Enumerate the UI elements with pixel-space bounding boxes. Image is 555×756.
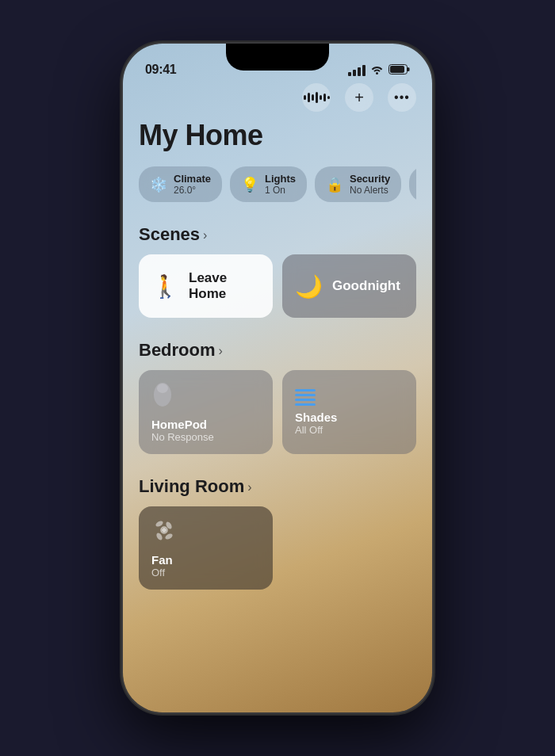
- security-pill[interactable]: 🔒 Security No Alerts: [315, 166, 401, 202]
- svg-rect-2: [390, 66, 404, 73]
- siri-button[interactable]: [302, 83, 331, 112]
- fan-status: Off: [151, 567, 260, 578]
- bedroom-title: Bedroom: [139, 340, 216, 361]
- living-room-title: Living Room: [139, 476, 244, 497]
- shades-icon: [295, 389, 316, 406]
- bedroom-chevron-icon: ›: [219, 344, 223, 358]
- waveform-icon: [304, 92, 330, 103]
- plus-icon: +: [354, 89, 364, 107]
- goodnight-name: Goodnight: [332, 278, 400, 294]
- goodnight-icon: 🌙: [295, 273, 323, 300]
- status-icons: [348, 64, 410, 77]
- bedroom-device-grid: HomePod No Response: [139, 370, 416, 454]
- svg-point-8: [157, 384, 168, 393]
- shades-card[interactable]: Shades All Off: [282, 370, 416, 454]
- fan-name: Fan: [151, 553, 260, 567]
- category-pills: ❄️ Climate 26.0° 💡 Lights 1 On 🔒: [139, 166, 416, 202]
- lights-label: Lights: [265, 173, 296, 185]
- phone-frame: 09:41: [123, 44, 432, 712]
- shades-status: All Off: [295, 424, 404, 436]
- battery-icon: [388, 64, 410, 77]
- svg-rect-1: [408, 67, 410, 71]
- svg-point-11: [165, 521, 173, 530]
- main-content: My Home ❄️ Climate 26.0° 💡 Lights 1 On: [123, 44, 432, 712]
- page-title: My Home: [139, 119, 416, 152]
- wifi-icon: [370, 64, 384, 77]
- scenes-section-header[interactable]: Scenes ›: [139, 224, 416, 245]
- homepod-status: No Response: [151, 431, 260, 443]
- climate-icon: ❄️: [150, 176, 167, 193]
- homepod-icon: [151, 381, 174, 413]
- status-time: 09:41: [145, 63, 176, 77]
- more-category-pill[interactable]: [409, 166, 416, 202]
- lights-pill[interactable]: 💡 Lights 1 On: [230, 166, 307, 202]
- homepod-name: HomePod: [151, 418, 260, 431]
- living-room-chevron-icon: ›: [247, 480, 251, 494]
- security-label: Security: [350, 173, 390, 185]
- ellipsis-icon: •••: [394, 90, 410, 105]
- security-icon: 🔒: [326, 176, 343, 193]
- lights-value: 1 On: [265, 185, 296, 196]
- climate-label: Climate: [174, 173, 211, 185]
- svg-point-10: [155, 520, 164, 528]
- notch: [226, 44, 329, 71]
- fan-icon: [151, 517, 177, 548]
- goodnight-card[interactable]: 🌙 Goodnight: [282, 254, 416, 318]
- scenes-chevron-icon: ›: [203, 228, 207, 242]
- add-button[interactable]: +: [345, 83, 373, 112]
- phone-screen: 09:41: [123, 44, 432, 712]
- security-value: No Alerts: [350, 185, 390, 196]
- leave-home-card[interactable]: 🚶 Leave Home: [139, 254, 273, 318]
- living-room-section-header[interactable]: Living Room ›: [139, 476, 416, 497]
- climate-value: 26.0°: [174, 185, 211, 196]
- top-controls: + •••: [302, 83, 416, 112]
- living-room-device-grid: Fan Off: [139, 506, 416, 590]
- homepod-card[interactable]: HomePod No Response: [139, 370, 273, 454]
- svg-point-12: [164, 533, 174, 540]
- climate-pill[interactable]: ❄️ Climate 26.0°: [139, 166, 222, 202]
- scenes-grid: 🚶 Leave Home 🌙 Goodnight: [139, 254, 416, 318]
- signal-icon: [348, 65, 366, 76]
- more-button[interactable]: •••: [388, 83, 416, 112]
- svg-point-9: [162, 528, 166, 533]
- lights-icon: 💡: [241, 176, 258, 193]
- scenes-title: Scenes: [139, 224, 200, 245]
- bedroom-section-header[interactable]: Bedroom ›: [139, 340, 416, 361]
- shades-name: Shades: [295, 410, 404, 424]
- fan-card[interactable]: Fan Off: [139, 506, 273, 590]
- leave-home-name: Leave Home: [189, 270, 260, 302]
- leave-home-icon: 🚶: [151, 273, 179, 300]
